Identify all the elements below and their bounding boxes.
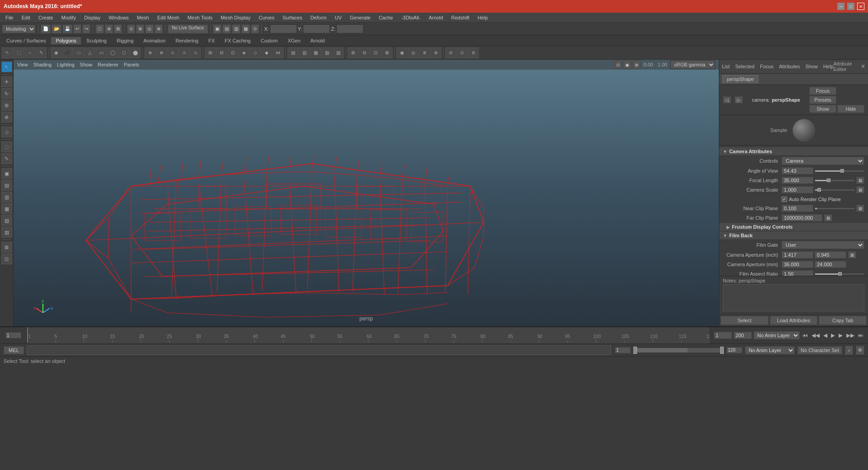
icon-cube[interactable]: ⬛ — [62, 47, 73, 58]
tool-sculpt4[interactable]: ▦ — [1, 203, 12, 214]
cai-input1[interactable] — [782, 251, 813, 258]
save-btn[interactable]: 💾 — [62, 24, 72, 33]
icon-display2[interactable]: ⊟ — [359, 47, 370, 58]
y-input[interactable] — [303, 24, 330, 33]
range-bar-start[interactable] — [615, 347, 631, 353]
range-thumb-end[interactable] — [720, 347, 724, 354]
range-start-input[interactable] — [5, 332, 21, 338]
ae-tab-focus[interactable]: Focus — [760, 64, 774, 69]
copy-tab-btn[interactable]: Copy Tab — [819, 316, 867, 325]
menu-uv[interactable]: UV — [331, 14, 345, 21]
notes-textarea[interactable] — [723, 284, 864, 311]
menu-mesh[interactable]: Mesh — [133, 14, 153, 21]
snap-btn3[interactable]: ◎ — [145, 24, 154, 33]
fl-input[interactable] — [782, 177, 813, 184]
connect-out-btn[interactable]: ▷ — [735, 96, 743, 103]
vp-show[interactable]: Show — [80, 62, 93, 67]
menu-modify[interactable]: Modify — [58, 14, 80, 21]
undo-btn[interactable]: ↩ — [73, 24, 81, 33]
tab-curves-surfaces[interactable]: Curves / Surfaces — [2, 37, 50, 44]
focus-btn[interactable]: Focus — [809, 87, 836, 95]
vp-lighting[interactable]: Lighting — [57, 62, 75, 67]
far-input[interactable] — [782, 270, 813, 276]
menu-generate[interactable]: Generate — [346, 14, 374, 21]
tab-animation[interactable]: Animation — [139, 37, 170, 44]
menu-edit-mesh[interactable]: Edit Mesh — [154, 14, 183, 21]
pb-prev-frame[interactable]: ◀ — [822, 331, 828, 339]
aov-slider[interactable] — [815, 170, 864, 172]
tab-rendering[interactable]: Rendering — [171, 37, 203, 44]
tool-lasso[interactable]: ◌ — [1, 141, 12, 152]
aov-slider-thumb[interactable] — [840, 169, 844, 173]
range-bar-end[interactable] — [726, 347, 742, 353]
icon-bool-int[interactable]: ⊃ — [190, 47, 201, 58]
pb-prev-key[interactable]: ◀◀ — [811, 331, 821, 339]
cs-slider-thumb[interactable] — [817, 188, 821, 192]
icon-display4[interactable]: ⊠ — [382, 47, 392, 58]
tool-paint[interactable]: ✎ — [1, 153, 12, 164]
close-button[interactable]: ✕ — [857, 3, 864, 10]
cs-input[interactable] — [782, 186, 813, 193]
menu-cache[interactable]: Cache — [375, 14, 397, 21]
icon-smooth[interactable]: ◈ — [239, 47, 250, 58]
pb-next-frame[interactable]: ▶ — [838, 331, 844, 339]
vp-cam-btn3[interactable]: ⊕ — [632, 60, 641, 69]
icon-uv4[interactable]: ▧ — [321, 47, 332, 58]
snap-btn2[interactable]: ⊗ — [136, 24, 144, 33]
tab-fx-caching[interactable]: FX Caching — [220, 37, 255, 44]
pb-next-key[interactable]: ▶▶ — [845, 331, 855, 339]
tool-sculpt3[interactable]: ▥ — [1, 192, 12, 202]
minimize-button[interactable]: ─ — [837, 3, 844, 10]
menu-edit[interactable]: Edit — [18, 14, 34, 21]
icon-snap1[interactable]: ◉ — [396, 47, 407, 58]
vp-panels[interactable]: Panels — [124, 62, 139, 67]
menu-help[interactable]: Help — [474, 14, 491, 21]
sound-btn[interactable]: ♪ — [845, 346, 853, 355]
tool-sculpt1[interactable]: ▣ — [1, 168, 12, 179]
menu-mesh-tools[interactable]: Mesh Tools — [184, 14, 216, 21]
icon-bridge[interactable]: ⊟ — [216, 47, 227, 58]
fc-input[interactable] — [782, 214, 822, 221]
far-slider[interactable] — [815, 273, 864, 275]
timeline-ruler[interactable]: 1 5 10 15 20 25 30 35 40 45 50 55 60 — [27, 327, 710, 343]
select-btn[interactable]: Select — [721, 316, 769, 325]
tool-sculpt2[interactable]: ▤ — [1, 180, 12, 191]
current-frame-input[interactable] — [714, 332, 732, 339]
range-thumb-start[interactable] — [633, 347, 637, 354]
restore-button[interactable]: □ — [847, 3, 854, 10]
icon-lasso[interactable]: ○ — [24, 47, 35, 58]
icon-snap2[interactable]: ◎ — [408, 47, 419, 58]
vp-view[interactable]: View — [17, 62, 28, 67]
presets-btn[interactable]: Presets — [809, 96, 836, 104]
tool-rotate[interactable]: ↻ — [1, 88, 12, 99]
icon-combine[interactable]: ⊕ — [145, 47, 156, 58]
icon-snap4[interactable]: ⊗ — [430, 47, 441, 58]
menu-3dto-all[interactable]: -3DtoAll- — [397, 14, 424, 21]
tool-sculpt5[interactable]: ▧ — [1, 215, 12, 226]
icon-snap3[interactable]: ⊕ — [419, 47, 430, 58]
new-btn[interactable]: 📄 — [41, 24, 51, 33]
vp-cam-btn1[interactable]: ⊙ — [614, 60, 622, 69]
render-btn4[interactable]: ▦ — [241, 24, 250, 33]
icon-bool-diff[interactable]: ⊃ — [179, 47, 189, 58]
fc-reset[interactable]: ⊠ — [824, 214, 832, 221]
camm-input1[interactable] — [782, 261, 813, 268]
icon-bool-union[interactable]: ⊂ — [167, 47, 178, 58]
tool-sculpt6[interactable]: ▨ — [1, 227, 12, 238]
vp-cam-btn2[interactable]: ◉ — [623, 60, 632, 69]
ae-tab-help[interactable]: Help — [823, 64, 834, 69]
tool-bottom2[interactable]: ⊡ — [1, 254, 12, 264]
icon-merge[interactable]: ⋈ — [273, 47, 283, 58]
pb-play[interactable]: ▶ — [830, 331, 836, 339]
tab-polygons[interactable]: Polygons — [51, 37, 80, 44]
icon-cone[interactable]: △ — [85, 47, 95, 58]
mode-dropdown[interactable]: Modeling — [2, 24, 36, 33]
icon-paint-sel[interactable]: ✎ — [36, 47, 47, 58]
hide-btn[interactable]: Hide — [837, 105, 864, 113]
menu-curves[interactable]: Curves — [255, 14, 278, 21]
range-track[interactable] — [633, 348, 724, 352]
nc-reset[interactable]: ⊠ — [856, 205, 864, 212]
end-frame-input[interactable] — [734, 332, 752, 339]
frustum-section[interactable]: ▶ Frustum Display Controls — [719, 223, 868, 231]
tool-universal[interactable]: ⊕ — [1, 112, 12, 122]
